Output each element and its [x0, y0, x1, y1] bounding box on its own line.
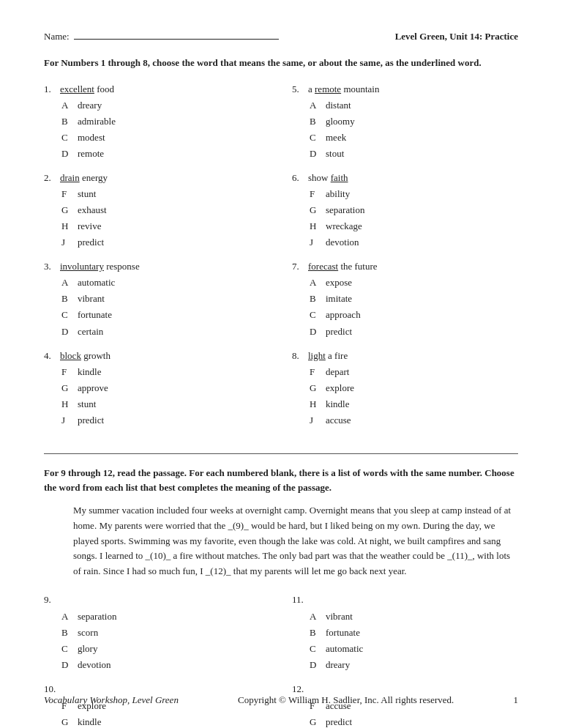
- opt-text: vibrant: [78, 291, 105, 307]
- opt-text: admirable: [78, 114, 116, 130]
- answer-option: Bfortunate: [310, 625, 518, 641]
- opt-text: certain: [78, 324, 103, 340]
- opt-letter: B: [310, 625, 320, 641]
- opt-letter: B: [310, 291, 320, 307]
- opt-letter: G: [61, 714, 72, 728]
- opt-letter: B: [61, 114, 72, 130]
- answer-option: Badmirable: [61, 114, 270, 130]
- header: Name: Level Green, Unit 14: Practice: [44, 29, 518, 42]
- opt-letter: B: [61, 291, 72, 307]
- question-block: 2.drain energyFstuntGexhaustHreviveJpred…: [44, 172, 270, 250]
- question-block: 5.a remote mountainAdistantBgloomyCmeekD…: [292, 83, 518, 162]
- opt-letter: A: [61, 275, 72, 291]
- opt-text: vibrant: [326, 609, 353, 625]
- answer-option: Bvibrant: [61, 291, 270, 307]
- opt-letter: F: [61, 186, 72, 202]
- opt-text: separation: [78, 609, 116, 625]
- q-num: 8.: [292, 350, 304, 362]
- q-num: 1.: [44, 83, 56, 95]
- answer-option: Cglory: [61, 641, 270, 657]
- q-stem-text: involuntary response: [60, 261, 140, 272]
- opt-letter: C: [61, 130, 72, 146]
- opt-letter: H: [310, 218, 320, 234]
- bottom-q-num: 9.: [44, 594, 270, 606]
- opt-text: approve: [78, 380, 108, 396]
- opt-text: predict: [78, 412, 104, 428]
- bottom-q-num: 11.: [292, 594, 518, 606]
- opt-letter: H: [310, 396, 320, 412]
- opt-text: glory: [78, 641, 97, 657]
- bottom-question-block: 9.AseparationBscornCgloryDdevotion: [44, 594, 270, 673]
- answer-option: Jpredict: [61, 234, 270, 250]
- answer-options: AdrearyBadmirableCmodestDremote: [61, 97, 270, 162]
- opt-letter: C: [61, 641, 72, 657]
- footer-right: 1: [514, 694, 519, 706]
- opt-letter: J: [61, 412, 72, 428]
- opt-letter: C: [61, 307, 72, 323]
- question-stem: 4.block growth: [44, 350, 270, 362]
- bottom-questions-grid: 9.AseparationBscornCgloryDdevotion10.Fex…: [44, 594, 518, 728]
- answer-option: Gpredict: [310, 714, 518, 728]
- unit-label: Level Green, Unit 14: Practice: [395, 31, 518, 42]
- opt-letter: D: [310, 146, 320, 162]
- opt-text: automatic: [326, 641, 363, 657]
- opt-text: remote: [78, 146, 104, 162]
- opt-text: explore: [326, 380, 354, 396]
- passage-instructions: For 9 through 12, read the passage. For …: [44, 466, 518, 494]
- passage-text: My summer vacation included four weeks a…: [73, 503, 518, 579]
- question-block: 7.forecast the futureAexposeBimitateCapp…: [292, 261, 518, 339]
- opt-letter: A: [310, 609, 320, 625]
- answer-option: Gexplore: [310, 380, 518, 396]
- footer: Vocabulary Workshop, Level Green Copyrig…: [44, 694, 518, 706]
- questions-right-col: 5.a remote mountainAdistantBgloomyCmeekD…: [292, 83, 518, 439]
- opt-letter: G: [61, 380, 72, 396]
- q-num: 3.: [44, 261, 56, 272]
- answer-option: Capproach: [310, 307, 518, 323]
- answer-option: Hwreckage: [310, 218, 518, 234]
- q-num: 2.: [44, 172, 56, 184]
- answer-option: Aseparation: [61, 609, 270, 625]
- q-stem-text: drain energy: [60, 172, 108, 184]
- opt-text: dreary: [326, 657, 350, 673]
- question-stem: 1.excellent food: [44, 83, 270, 95]
- answer-option: Bimitate: [310, 291, 518, 307]
- opt-letter: F: [61, 364, 72, 380]
- bottom-q-num: 12.: [292, 683, 518, 695]
- q-stem-text: forecast the future: [308, 261, 378, 272]
- answer-option: Fdepart: [310, 364, 518, 380]
- answer-options: FstuntGexhaustHreviveJpredict: [61, 186, 270, 250]
- answer-option: Jdevotion: [310, 234, 518, 250]
- questions-grid-top: 1.excellent foodAdrearyBadmirableCmodest…: [44, 83, 518, 439]
- opt-letter: D: [61, 324, 72, 340]
- opt-text: predict: [326, 714, 352, 728]
- answer-option: Fkindle: [61, 364, 270, 380]
- answer-option: Aexpose: [310, 275, 518, 291]
- opt-text: fortunate: [326, 625, 360, 641]
- q-stem-text: block growth: [60, 350, 110, 362]
- q-underlined-word: light: [308, 350, 326, 361]
- question-block: 8.light a fireFdepartGexploreHkindleJacc…: [292, 350, 518, 428]
- opt-text: stunt: [78, 396, 96, 412]
- question-stem: 6.show faith: [292, 172, 518, 184]
- answer-option: Dremote: [61, 146, 270, 162]
- question-block: 3.involuntary responseAautomaticBvibrant…: [44, 261, 270, 339]
- opt-letter: G: [61, 202, 72, 218]
- opt-text: wreckage: [326, 218, 362, 234]
- opt-letter: C: [310, 307, 320, 323]
- answer-option: Dstout: [310, 146, 518, 162]
- opt-letter: D: [310, 657, 320, 673]
- answer-option: Gapprove: [61, 380, 270, 396]
- answer-option: Cmodest: [61, 130, 270, 146]
- answer-option: Hkindle: [310, 396, 518, 412]
- answer-option: Hstunt: [61, 396, 270, 412]
- question-block: 4.block growthFkindleGapproveHstuntJpred…: [44, 350, 270, 428]
- opt-text: accuse: [326, 412, 351, 428]
- answer-option: Fability: [310, 186, 518, 202]
- answer-option: Gseparation: [310, 202, 518, 218]
- bottom-q-num: 10.: [44, 683, 270, 695]
- q-num: 4.: [44, 350, 56, 362]
- opt-text: kindle: [78, 364, 102, 380]
- opt-text: revive: [78, 218, 101, 234]
- opt-text: depart: [326, 364, 349, 380]
- answer-options: FdepartGexploreHkindleJaccuse: [310, 364, 518, 428]
